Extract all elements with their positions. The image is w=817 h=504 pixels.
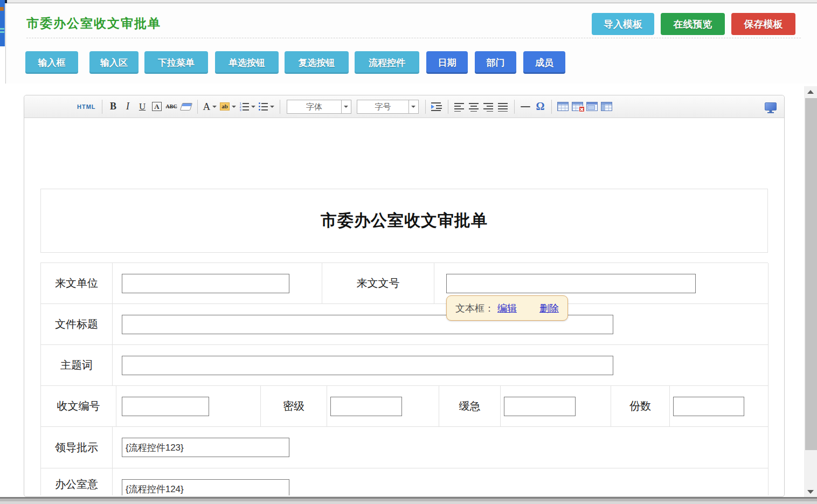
boxed-a-icon: A xyxy=(152,102,161,111)
input-office-opinion[interactable] xyxy=(122,479,289,495)
select-dropdown-button[interactable] xyxy=(341,100,351,113)
input-incoming-unit[interactable] xyxy=(122,274,289,293)
select-dropdown-button[interactable] xyxy=(408,100,418,113)
red-x-badge xyxy=(579,106,585,112)
source-code-button[interactable]: HTML xyxy=(75,99,98,114)
insert-table-button[interactable] xyxy=(556,99,570,114)
bullet-list-button[interactable] xyxy=(257,99,276,114)
strikethrough-button[interactable]: ABC xyxy=(164,99,179,114)
table-row: 收文编号 密级 缓急 份数 xyxy=(41,386,768,427)
online-preview-button[interactable]: 在线预览 xyxy=(661,13,725,35)
rich-text-editor: HTML B I U A ABC A ab 1 2 3 xyxy=(24,95,785,497)
widget-button-date[interactable]: 日期 xyxy=(426,51,468,74)
table-properties-button[interactable] xyxy=(585,99,599,114)
scroll-down-button[interactable] xyxy=(804,486,817,497)
header-panel: 市委办公室收文审批单 导入模板 在线预览 保存模板 输入框 输入区 下拉菜单 单… xyxy=(5,3,817,84)
vertical-scrollbar[interactable] xyxy=(804,86,817,497)
input-copies[interactable] xyxy=(673,397,744,416)
input-urgency[interactable] xyxy=(504,397,576,416)
widget-button-input-box[interactable]: 输入框 xyxy=(25,51,78,74)
window-bottom-edge xyxy=(0,497,817,504)
underline-button[interactable]: U xyxy=(135,99,150,114)
editor-content[interactable]: 市委办公室收文审批单 来文单位 来文文号 文件标题 主题词 xyxy=(24,118,784,495)
form-title: 市委办公室收文审批单 xyxy=(321,210,488,232)
chevron-down-icon xyxy=(344,106,348,108)
form-title-box: 市委办公室收文审批单 xyxy=(40,189,768,253)
label-incoming-unit: 来文单位 xyxy=(41,263,113,304)
widget-button-checkbox[interactable]: 复选按钮 xyxy=(285,51,349,74)
italic-button[interactable]: I xyxy=(121,99,135,114)
input-receipt-number[interactable] xyxy=(122,397,209,416)
cell-properties-icon xyxy=(601,102,612,111)
delete-table-button[interactable] xyxy=(570,99,585,114)
page-title: 市委办公室收文审批单 xyxy=(26,15,161,32)
widget-button-member[interactable]: 成员 xyxy=(523,51,565,74)
table-properties-icon xyxy=(586,102,598,111)
field-action-tooltip: 文本框： 编辑 删除 xyxy=(446,295,568,321)
table-icon xyxy=(557,102,569,111)
cell-properties-button[interactable] xyxy=(599,99,614,114)
horizontal-rule-button[interactable] xyxy=(518,99,533,114)
align-center-button[interactable] xyxy=(467,99,481,114)
numbered-list-icon: 1 2 3 xyxy=(239,102,249,111)
highlight-icon: ab xyxy=(220,102,230,111)
font-family-select[interactable]: 字体 xyxy=(287,100,351,114)
indent-icon xyxy=(431,102,442,111)
input-incoming-doc-number[interactable] xyxy=(446,274,696,293)
scroll-up-button[interactable] xyxy=(804,86,817,97)
align-center-icon xyxy=(469,102,479,112)
chevron-down-icon xyxy=(270,106,274,108)
widget-button-flow-control[interactable]: 流程控件 xyxy=(355,51,419,74)
input-security-level[interactable] xyxy=(330,397,402,416)
input-leader-comments[interactable] xyxy=(122,438,289,457)
bold-button[interactable]: B xyxy=(106,99,121,114)
indent-button[interactable] xyxy=(430,99,444,114)
toolbar-separator xyxy=(425,100,426,114)
table-row: 文件标题 xyxy=(41,304,768,345)
label-document-title: 文件标题 xyxy=(41,304,113,345)
label-keywords: 主题词 xyxy=(41,345,113,386)
widget-button-dropdown[interactable]: 下拉菜单 xyxy=(144,51,208,74)
toolbar-separator xyxy=(551,100,552,114)
edit-link[interactable]: 编辑 xyxy=(497,302,517,315)
table-delete-icon xyxy=(572,102,583,111)
font-style-button[interactable]: A xyxy=(150,99,164,114)
import-template-button[interactable]: 导入模板 xyxy=(592,13,654,35)
font-size-select[interactable]: 字号 xyxy=(357,100,419,114)
editor-toolbar: HTML B I U A ABC A ab 1 2 3 xyxy=(24,95,784,118)
dashed-divider xyxy=(26,38,801,38)
label-leader-comments: 领导批示 xyxy=(41,427,113,468)
arrow-down-icon xyxy=(807,490,814,494)
widget-button-radio[interactable]: 单选按钮 xyxy=(215,51,279,74)
remove-format-button[interactable] xyxy=(179,99,193,114)
save-template-button[interactable]: 保存模板 xyxy=(731,13,795,35)
numbered-list-button[interactable]: 1 2 3 xyxy=(238,99,257,114)
text-color-button[interactable]: A xyxy=(202,99,219,114)
input-keywords[interactable] xyxy=(122,356,613,375)
table-row: 办公室意 xyxy=(41,468,768,495)
highlight-color-button[interactable]: ab xyxy=(218,99,238,114)
background-window-strip xyxy=(0,0,5,46)
table-row: 领导批示 xyxy=(41,427,768,468)
text-color-icon: A xyxy=(203,101,211,113)
toolbar-separator xyxy=(448,100,448,114)
widget-button-textarea[interactable]: 输入区 xyxy=(89,51,139,74)
chevron-down-icon xyxy=(411,106,416,108)
special-character-button[interactable]: Ω xyxy=(533,99,548,114)
delete-link[interactable]: 删除 xyxy=(539,302,559,315)
align-left-button[interactable] xyxy=(452,99,467,114)
label-receipt-number: 收文编号 xyxy=(41,386,116,427)
form-table: 来文单位 来文文号 文件标题 主题词 收文编号 密级 xyxy=(40,263,768,495)
maximize-button[interactable] xyxy=(763,99,778,114)
align-left-icon xyxy=(454,102,464,112)
align-right-button[interactable] xyxy=(481,99,496,114)
chevron-down-icon xyxy=(232,106,236,108)
screen: 市委办公室收文审批单 导入模板 在线预览 保存模板 输入框 输入区 下拉菜单 单… xyxy=(0,0,817,504)
label-incoming-doc-number: 来文文号 xyxy=(322,263,434,304)
scrollbar-thumb[interactable] xyxy=(805,98,817,450)
horizontal-rule-icon xyxy=(521,106,530,107)
bullet-list-icon xyxy=(259,102,268,111)
widget-button-department[interactable]: 部门 xyxy=(475,51,516,74)
toolbar-separator xyxy=(102,100,102,114)
justify-button[interactable] xyxy=(496,99,510,114)
